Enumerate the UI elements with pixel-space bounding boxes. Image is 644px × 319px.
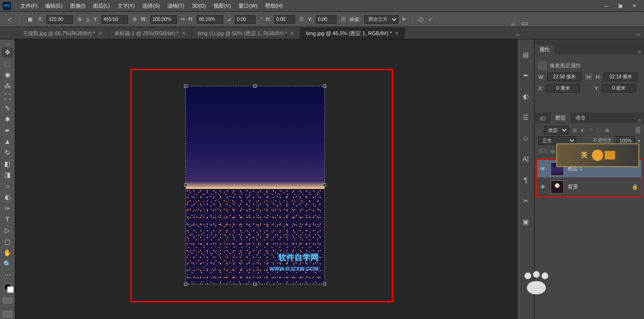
shape-tool[interactable]: ▢ [2,236,13,246]
menu-window[interactable]: 窗口(W) [235,2,261,9]
skew-v-input[interactable] [316,15,337,24]
character-panel-icon[interactable]: A| [520,153,532,165]
spot-heal-tool[interactable]: ✱ [2,114,13,124]
clone-stamp-tool[interactable]: ▲ [2,136,13,146]
reference-point-icon[interactable]: ▦ [25,15,35,24]
workspace-icon[interactable]: ▭ [521,19,528,28]
document-tab-3[interactable]: timg (1).jpg @ 50% (图层 1, RGB/8#) *✕ [192,28,300,39]
panel-menu-icon[interactable]: ≡ [635,49,644,55]
foreground-color[interactable] [4,284,11,290]
brush-tool[interactable]: ✒ [2,125,13,135]
layer-item-2[interactable]: 👁 背景 🔒 [537,178,641,196]
menu-image[interactable]: 图像(I) [66,2,89,9]
collapse-tools-icon[interactable]: ▸▸ [2,41,13,47]
commit-transform-icon[interactable]: ✓ [428,15,434,24]
document-tab-1[interactable]: 王俊凯.jpg @ 66.7%(RGB/8#) *✕ [17,28,109,39]
filter-shape-icon[interactable]: ▢ [596,127,602,133]
history-panel-icon[interactable]: ▤ [520,49,532,60]
layer-filter-select[interactable]: 类型 [544,126,569,134]
expand-dock-icon[interactable]: ◂◂ [635,32,640,37]
collapse-dock-icon[interactable]: ▸▸ [516,32,521,37]
gradient-tool[interactable]: ◨ [2,170,13,180]
type-tool[interactable]: T [2,214,13,224]
pen-tool[interactable]: ✑ [2,203,13,213]
prop-h-input[interactable] [604,73,638,81]
magic-wand-tool[interactable]: ⁂ [2,81,13,91]
tab-3d[interactable]: 3D [534,114,551,123]
interp-select[interactable]: 两次立方 [364,15,398,24]
visibility-toggle-icon[interactable]: 👁 [540,166,547,172]
w-input[interactable] [150,15,177,24]
x-input[interactable] [46,15,73,24]
prop-w-input[interactable] [547,73,581,81]
prop-x-input[interactable] [546,84,580,93]
dodge-tool[interactable]: ◐ [2,192,13,202]
y-input[interactable] [101,15,128,24]
document-tab-2[interactable]: 未标题-1 @ 25%(RGB/8#) *✕ [109,28,192,39]
maximize-button[interactable]: ▣ [617,2,624,9]
close-tab-icon[interactable]: ✕ [395,30,399,37]
paragraph-panel-icon[interactable]: ¶ [520,174,532,186]
close-tab-icon[interactable]: ✕ [290,30,294,37]
profile-panel-icon[interactable]: ☺ [520,132,532,144]
background-color[interactable] [7,286,14,293]
menu-layer[interactable]: 图层(L) [89,2,113,9]
link-wh-icon[interactable]: ⚯ [584,73,593,81]
tab-layers[interactable]: 图层 [551,113,570,123]
tab-channels[interactable]: 通道 [570,113,590,123]
menu-edit[interactable]: 编辑(E) [41,2,66,9]
blur-tool[interactable]: ○ [2,181,13,191]
adjustments-panel-icon[interactable]: ◐ [520,91,532,102]
cancel-transform-icon[interactable]: ⊘ [418,15,424,24]
libraries-panel-icon[interactable]: ▣ [520,216,532,227]
menu-filter[interactable]: 滤镜(T) [164,2,188,9]
transform-handle[interactable] [184,84,187,88]
transform-handle[interactable] [323,84,326,88]
styles-panel-icon[interactable]: ☰ [520,112,532,123]
move-tool[interactable]: ✥ [2,47,13,57]
menu-help[interactable]: 帮助(H) [261,2,286,9]
skew-h-input[interactable] [274,15,295,24]
close-button[interactable]: ✕ [631,2,637,9]
menu-type[interactable]: 文字(Y) [114,2,139,9]
filter-toggle[interactable] [635,127,640,133]
search-icon[interactable]: ⌕ [511,19,515,28]
marquee-tool[interactable]: ⬚ [2,58,13,68]
menu-select[interactable]: 选择(S) [138,2,164,9]
angle-input[interactable] [235,15,256,24]
link-icon[interactable]: ⚯ [181,17,184,22]
hand-tool[interactable]: ✋ [2,248,13,258]
transform-handle[interactable] [323,282,326,286]
transform-handle[interactable] [253,84,257,88]
document-tab-4[interactable]: timg.jpg @ 45.5% (图层 1, RGB/8#) *✕ [300,28,405,39]
tool-presets-icon[interactable]: ✂ [520,195,532,206]
warp-icon[interactable]: ⩥ [402,17,407,22]
visibility-toggle-icon[interactable]: 👁 [540,184,547,190]
menu-3d[interactable]: 3D(D) [188,3,210,9]
crop-tool[interactable]: ⛶ [2,92,13,102]
filter-type-icon[interactable]: T [588,127,594,133]
filter-pixel-icon[interactable]: ▦ [571,127,578,133]
brushes-panel-icon[interactable]: ✒ [520,70,532,81]
canvas[interactable]: 软件自学网 WWW.RJZXW.COM [15,39,517,319]
filter-adjust-icon[interactable]: ◐ [580,127,586,133]
layer-thumbnail[interactable] [551,180,564,194]
transform-handle[interactable] [323,183,326,187]
eyedropper-tool[interactable]: ✎ [2,103,13,113]
zoom-tool[interactable]: 🔍 [2,259,13,269]
properties-tab[interactable]: 属性 [534,45,554,55]
panel-menu-icon[interactable]: ≡ [635,117,644,123]
menu-view[interactable]: 视图(V) [210,2,235,9]
transform-handle[interactable] [253,282,257,286]
layer-name[interactable]: 背景 [568,183,578,190]
prop-y-input[interactable] [602,84,636,93]
quickmask-toggle[interactable] [3,298,12,304]
transform-handle[interactable] [184,282,187,286]
menu-file[interactable]: 文件(F) [17,2,41,9]
filter-smart-icon[interactable]: ▣ [604,127,610,133]
close-tab-icon[interactable]: ✕ [98,30,102,37]
history-brush-tool[interactable]: ↻ [2,148,13,158]
close-tab-icon[interactable]: ✕ [182,30,186,37]
h-input[interactable] [197,15,223,24]
path-select-tool[interactable]: ▷ [2,225,13,235]
